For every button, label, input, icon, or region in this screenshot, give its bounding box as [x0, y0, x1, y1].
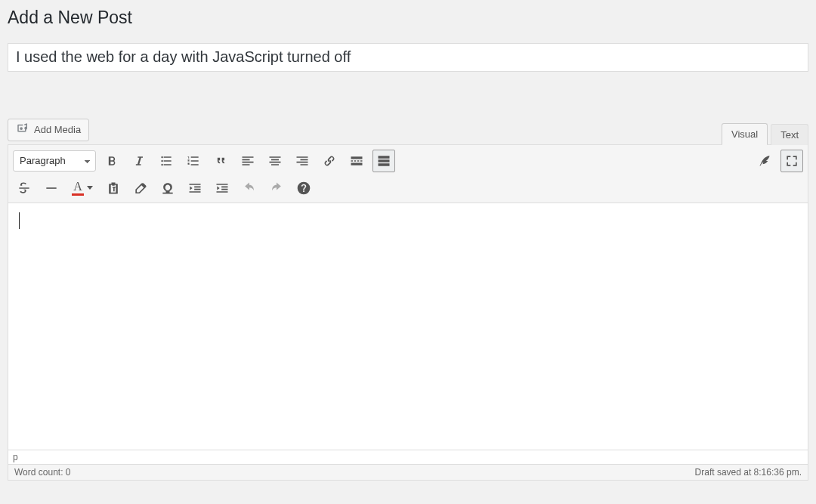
editor-content-area[interactable] [8, 203, 808, 450]
bulleted-list-button[interactable] [155, 150, 178, 172]
word-count: Word count: 0 [14, 467, 70, 478]
add-media-button[interactable]: Add Media [8, 119, 89, 141]
paste-as-text-button[interactable] [102, 177, 125, 199]
editor-tabs: Visual Text [722, 116, 808, 144]
help-button[interactable] [292, 177, 315, 199]
editor-toolbar: Paragraph [8, 145, 808, 203]
page-title: Add a New Post [8, 0, 808, 32]
outdent-button[interactable] [184, 177, 206, 199]
horizontal-rule-button[interactable] [40, 177, 63, 199]
strikethrough-button[interactable] [13, 177, 36, 199]
camera-music-icon [16, 122, 29, 138]
numbered-list-button[interactable] [182, 150, 205, 172]
special-character-button[interactable] [156, 177, 179, 199]
chevron-down-icon [87, 186, 93, 190]
tab-visual[interactable]: Visual [722, 123, 768, 145]
feather-icon[interactable] [753, 150, 776, 172]
element-path: p [8, 450, 808, 464]
redo-button[interactable] [265, 177, 288, 199]
text-cursor [19, 212, 20, 229]
align-left-button[interactable] [236, 150, 259, 172]
italic-button[interactable] [128, 150, 150, 172]
indent-button[interactable] [211, 177, 233, 199]
text-color-letter: A [72, 181, 84, 196]
fullscreen-button[interactable] [780, 150, 803, 172]
post-title-input[interactable] [8, 43, 808, 72]
undo-button[interactable] [238, 177, 261, 199]
bold-button[interactable] [100, 150, 123, 172]
add-media-label: Add Media [34, 124, 81, 135]
toolbar-toggle-button[interactable] [372, 150, 395, 172]
editor: Paragraph [8, 144, 808, 481]
link-button[interactable] [318, 150, 341, 172]
align-right-button[interactable] [291, 150, 314, 172]
draft-saved-status: Draft saved at 8:16:36 pm. [695, 467, 802, 478]
align-center-button[interactable] [264, 150, 286, 172]
read-more-button[interactable] [345, 150, 368, 172]
tab-text[interactable]: Text [771, 124, 808, 145]
format-select[interactable]: Paragraph [13, 150, 96, 172]
blockquote-button[interactable] [209, 150, 232, 172]
text-color-button[interactable]: A [67, 177, 97, 199]
clear-formatting-button[interactable] [129, 177, 152, 199]
